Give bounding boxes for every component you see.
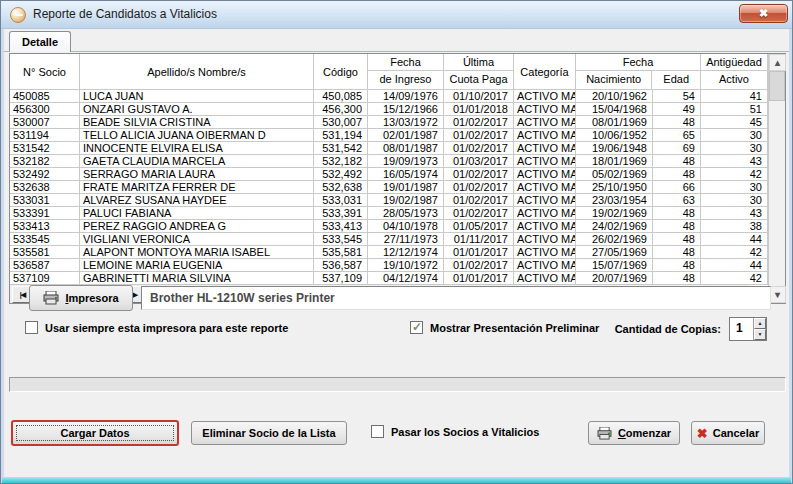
cell: ACTIVO MA [514,246,576,259]
grid-body: 450085LUCA JUAN450,08514/09/197601/10/20… [10,90,768,285]
cell: LUCA JUAN [80,90,314,103]
checkbox-box[interactable] [410,321,423,334]
table-row[interactable]: 450085LUCA JUAN450,08514/09/197601/10/20… [10,90,768,103]
cell: 48 [653,155,701,168]
spin-up-icon[interactable]: ▲ [754,318,766,329]
cell: 43 [701,207,768,220]
cell: 533545 [10,233,80,246]
table-row[interactable]: 535581ALAPONT MONTOYA MARIA ISABEL535,58… [10,246,768,259]
use-always-printer-checkbox[interactable]: Usar siempre esta impresora para este re… [25,321,288,334]
vertical-scroll-thumb[interactable] [769,71,785,101]
table-row[interactable]: 533391PALUCI FABIANA533,39128/05/197301/… [10,207,768,220]
cell: 51 [701,103,768,116]
cell: 01/02/2017 [444,207,514,220]
cell: 48 [653,116,701,129]
printer-name-field: Brother HL-1210W series Printer [141,286,771,310]
cell: 536,587 [314,259,368,272]
vertical-scroll-track[interactable] [769,101,785,286]
close-button[interactable]: ✖ [739,4,788,23]
cell: 16/05/1974 [368,168,444,181]
cell: SERRAGO MARIA LAURA [80,168,314,181]
table-row[interactable]: 530007BEADE SILVIA CRISTINA530,00713/03/… [10,116,768,129]
column-header-label: Fecha [576,54,700,71]
column-header-nacimiento: Nacimiento [576,71,652,89]
cell: ACTIVO MA [514,103,576,116]
cell: 48 [653,233,701,246]
checkbox-box[interactable] [371,425,384,438]
cell: ACTIVO MA [514,272,576,285]
cell: INNOCENTE ELVIRA ELISA [80,142,314,155]
cell: 533,545 [314,233,368,246]
cell: 24/02/1969 [576,220,653,233]
cell: 41 [701,90,768,103]
cargar-datos-button[interactable]: Cargar Datos [11,420,179,446]
vertical-scrollbar[interactable]: ▴ ▾ [768,54,785,303]
cell: ACTIVO MA [514,90,576,103]
scroll-up-icon[interactable]: ▴ [769,54,786,71]
cell: 18/01/1969 [576,155,653,168]
scroll-down-icon[interactable]: ▾ [769,286,786,303]
table-row[interactable]: 536587LEMOINE MARIA EUGENIA536,58719/10/… [10,259,768,272]
cell: 49 [653,103,701,116]
cell: 19/10/1972 [368,259,444,272]
cell: 54 [653,90,701,103]
table-row[interactable]: 532492SERRAGO MARIA LAURA532,49216/05/19… [10,168,768,181]
cell: 08/01/1969 [576,116,653,129]
cell: 04/10/1978 [368,220,444,233]
pasar-socios-checkbox[interactable]: Pasar los Socios a Vitalicios [371,425,539,438]
cell: 42 [701,168,768,181]
spin-down-icon[interactable]: ▼ [754,329,766,340]
cell: 28/05/1973 [368,207,444,220]
cell: 48 [653,272,701,285]
column-header-label: N° Socio [23,66,66,78]
column-header-label: Cuota Paga [444,71,513,89]
table-row[interactable]: 532638FRATE MARITZA FERRER DE532,63819/0… [10,181,768,194]
table-row[interactable]: 456300ONZARI GUSTAVO A.456,30015/12/1966… [10,103,768,116]
cell: 10/06/1952 [576,129,653,142]
cell: 02/01/1987 [368,129,444,142]
checkbox-box[interactable] [25,321,38,334]
progress-bar [9,377,786,392]
copies-spinner[interactable]: 1 ▲ ▼ [729,317,767,341]
table-row[interactable]: 533545VIGLIANI VERONICA533,54527/11/1973… [10,233,768,246]
button-label: Cargar Datos [60,427,129,439]
show-preview-checkbox[interactable]: Mostrar Presentación Preliminar [410,321,599,334]
cell: 01/05/2017 [444,220,514,233]
cell: 531542 [10,142,80,155]
tab-detalle[interactable]: Detalle [9,31,71,52]
table-row[interactable]: 537109GABRINETTI MARIA SILVINA537,10904/… [10,272,768,285]
cell: 537109 [10,272,80,285]
cell: 01/01/2018 [444,103,514,116]
cell: 456,300 [314,103,368,116]
copies-input[interactable]: 1 [730,318,753,340]
table-row[interactable]: 533031ALVAREZ SUSANA HAYDEE533,03119/02/… [10,194,768,207]
printer-button[interactable]: Impresora [29,285,133,311]
cell: 536587 [10,259,80,272]
cell: 533,413 [314,220,368,233]
column-header-label: Antigüedad [701,54,767,71]
cell: ALAPONT MONTOYA MARIA ISABEL [80,246,314,259]
comenzar-button[interactable]: Comenzar [588,421,680,445]
cancelar-button[interactable]: ✖ Cancelar [691,421,765,445]
cell: ACTIVO MA [514,116,576,129]
table-row[interactable]: 533413PEREZ RAGGIO ANDREA G533,41304/10/… [10,220,768,233]
window-frame-right [789,29,792,483]
cell: 533,391 [314,207,368,220]
grid-header: N° Socio Apellido/s Nombre/s Código Fech… [10,54,768,90]
table-row[interactable]: 532182GAETA CLAUDIA MARCELA532,18219/09/… [10,155,768,168]
copies-label: Cantidad de Copias: [581,323,721,335]
cell: 01/02/2017 [444,116,514,129]
cell: LEMOINE MARIA EUGENIA [80,259,314,272]
column-header-socio: N° Socio [10,54,80,89]
cell: 533391 [10,207,80,220]
cell: 14/09/1976 [368,90,444,103]
window-frame-left [1,29,4,483]
cell: 48 [653,259,701,272]
column-header-label: Categoría [520,66,568,78]
column-header-edad: Edad [652,71,700,89]
cell: 01/11/2017 [444,233,514,246]
candidates-grid: N° Socio Apellido/s Nombre/s Código Fech… [9,53,786,304]
table-row[interactable]: 531194TELLO ALICIA JUANA OIBERMAN D531,1… [10,129,768,142]
table-row[interactable]: 531542INNOCENTE ELVIRA ELISA531,54208/01… [10,142,768,155]
eliminar-socio-button[interactable]: Eliminar Socio de la Lista [191,421,347,445]
